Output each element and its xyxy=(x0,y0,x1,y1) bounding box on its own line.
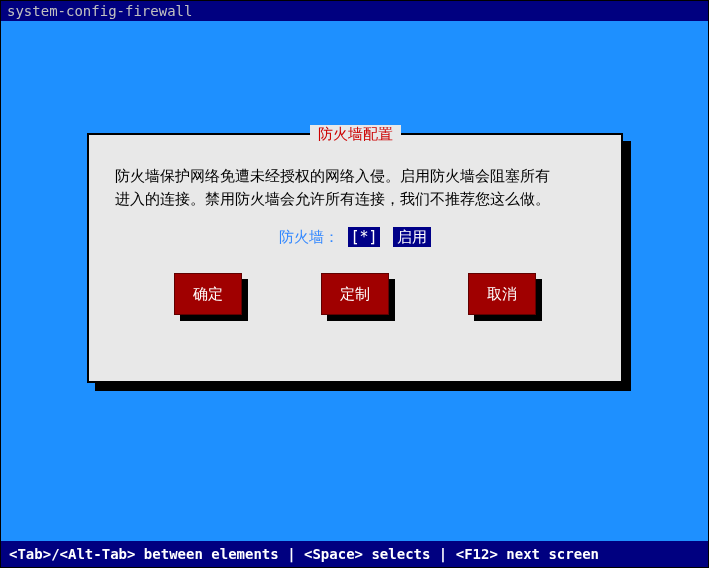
firewall-toggle-row: 防火墙： [*] 启用 xyxy=(115,228,595,247)
firewall-checkbox-text: 启用 xyxy=(393,227,431,247)
firewall-label: 防火墙： xyxy=(279,228,339,246)
ok-button[interactable]: 确定 xyxy=(174,273,242,315)
cancel-button-label: 取消 xyxy=(487,285,517,304)
cancel-button-wrap: 取消 xyxy=(468,273,536,315)
dialog-text-line1: 防火墙保护网络免遭未经授权的网络入侵。启用防火墙会阻塞所有 xyxy=(115,165,595,188)
button-row: 确定 定制 取消 xyxy=(115,273,595,315)
ok-button-wrap: 确定 xyxy=(174,273,242,315)
customize-button-wrap: 定制 xyxy=(321,273,389,315)
firewall-config-dialog: 防火墙配置 防火墙保护网络免遭未经授权的网络入侵。启用防火墙会阻塞所有 进入的连… xyxy=(87,133,623,383)
title-bar: system-config-firewall xyxy=(1,1,708,21)
dialog-description: 防火墙保护网络免遭未经授权的网络入侵。启用防火墙会阻塞所有 进入的连接。禁用防火… xyxy=(115,165,595,210)
footer-text: <Tab>/<Alt-Tab> between elements | <Spac… xyxy=(9,546,599,562)
dialog-text-line2: 进入的连接。禁用防火墙会允许所有连接，我们不推荐您这么做。 xyxy=(115,188,595,211)
cancel-button[interactable]: 取消 xyxy=(468,273,536,315)
customize-button-label: 定制 xyxy=(340,285,370,304)
footer-hints: <Tab>/<Alt-Tab> between elements | <Spac… xyxy=(1,541,708,567)
dialog-title-wrap: 防火墙配置 xyxy=(89,125,621,144)
firewall-checkbox[interactable]: [*] xyxy=(348,227,379,247)
dialog-body: 防火墙保护网络免遭未经授权的网络入侵。启用防火墙会阻塞所有 进入的连接。禁用防火… xyxy=(89,135,621,335)
app-title: system-config-firewall xyxy=(7,3,192,19)
customize-button[interactable]: 定制 xyxy=(321,273,389,315)
ok-button-label: 确定 xyxy=(193,285,223,304)
dialog-title: 防火墙配置 xyxy=(310,125,401,144)
